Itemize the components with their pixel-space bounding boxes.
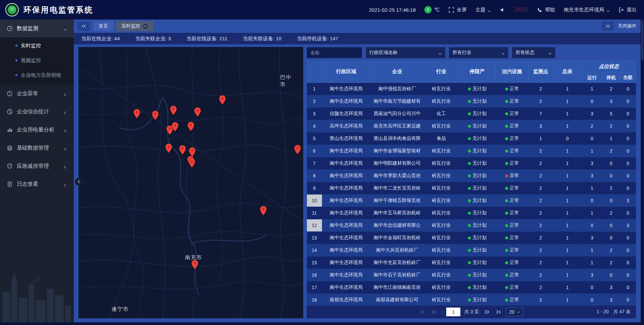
row-index-cell[interactable]: 2 xyxy=(307,95,322,108)
sidebar-item-4[interactable]: 企业用电量分析 xyxy=(0,121,74,139)
table-row[interactable]: 9阆中生态环境局阆中市二龙长宝页岩砖砖瓦行业无计划正常21120 xyxy=(307,182,636,195)
status-select[interactable]: 所有状态 xyxy=(512,47,555,58)
scrollbar-thumb[interactable] xyxy=(641,20,643,60)
map-pin-icon[interactable] xyxy=(191,260,199,270)
log-icon xyxy=(7,181,13,187)
fullscreen-button[interactable]: 全屏 xyxy=(448,7,467,13)
theme-dropdown[interactable]: 主题 xyxy=(475,7,491,13)
page-last-button[interactable] xyxy=(494,309,502,315)
column-header[interactable]: 停限产 xyxy=(459,61,496,83)
row-index-cell[interactable]: 14 xyxy=(307,244,322,257)
row-index-cell[interactable]: 9 xyxy=(307,182,322,195)
page-number-input[interactable] xyxy=(446,308,460,316)
table-row[interactable]: 2阆中生态环境局阆中市南方节能建材有砖瓦行业无计划正常21030 xyxy=(307,95,636,108)
help-button[interactable]: 帮助 xyxy=(537,7,555,13)
map-pin-icon[interactable] xyxy=(171,122,179,132)
table-row[interactable]: 8阆中生态环境局阆中市枣碧大梁山页岩砖瓦行业无计划异常21300 xyxy=(307,170,636,182)
sidebar-item-7[interactable]: 日志查看 xyxy=(0,175,74,193)
table-row[interactable]: 13阆中生态环境局阆中市金福旺页岩机砖砖瓦行业无计划正常21300 xyxy=(307,232,636,244)
table-row[interactable]: 10阆中生态环境局阆中千佛镇五郎垭页岩砖瓦行业无计划正常21003 xyxy=(307,195,636,207)
name-search-input[interactable] xyxy=(307,47,362,58)
map-pin-icon[interactable] xyxy=(179,145,186,155)
row-index-cell[interactable]: 8 xyxy=(307,170,322,182)
map-pin-icon[interactable] xyxy=(133,109,141,119)
row-index-cell[interactable]: 1 xyxy=(307,83,322,95)
sidebar-subitem[interactable]: 视频监控 xyxy=(0,53,74,68)
vertical-scrollbar[interactable] xyxy=(641,19,644,322)
row-index-cell[interactable]: 18 xyxy=(307,294,322,306)
row-index-cell[interactable]: 10 xyxy=(307,195,322,207)
table-row[interactable]: 12阆中生态环境局阆中市忠信建材有限公砖瓦行业无计划正常21003 xyxy=(307,219,636,232)
industry-select[interactable]: 所有行业 xyxy=(449,47,508,58)
tabs-scroll-left-button[interactable] xyxy=(78,21,90,31)
column-header[interactable]: 行政区域 xyxy=(322,61,371,83)
map-panel[interactable]: 巴中市南充市遂宁市 xyxy=(78,47,303,318)
row-index-cell[interactable]: 12 xyxy=(307,219,322,232)
table-row[interactable]: 18南部生态环境局南部县建材有限公司砖瓦行业无计划正常21030 xyxy=(307,294,636,306)
sidebar-item-6[interactable]: 应急减排管理 xyxy=(0,157,74,175)
table-row[interactable]: 1阆中生态环境局阆中强锐页岩砖厂砖瓦行业无计划正常21120 xyxy=(307,83,636,95)
page-next-button[interactable] xyxy=(483,309,490,315)
map-pin-icon[interactable] xyxy=(294,145,301,155)
row-index-cell[interactable]: 6 xyxy=(307,145,322,157)
table-row[interactable]: 7阆中生态环境局阆中明阳建材有限公司砖瓦行业无计划正常21300 xyxy=(307,157,636,170)
column-header[interactable]: 治污设施 xyxy=(496,61,529,83)
horizontal-scrollbar[interactable] xyxy=(0,322,644,325)
row-index-cell[interactable]: 5 xyxy=(307,132,322,145)
row-index-cell[interactable]: 3 xyxy=(307,108,322,120)
tab-1[interactable]: 首页 xyxy=(93,21,113,31)
map-pin-icon[interactable] xyxy=(165,143,172,153)
company-cell: 阆中市二龙长宝页岩砖 xyxy=(371,182,424,195)
org-dropdown[interactable]: 南充市生态环境局 xyxy=(564,7,610,13)
table-row[interactable]: 11阆中生态环境局阆中市五马桥页岩机砖砖瓦行业无计划正常21120 xyxy=(307,207,636,219)
page-prev-button[interactable] xyxy=(430,309,438,315)
sidebar-item-5[interactable]: 基础数据管理 xyxy=(0,139,74,157)
map-pin-icon[interactable] xyxy=(187,121,195,131)
column-subheader[interactable]: 运行 xyxy=(582,73,602,83)
map-pin-icon[interactable] xyxy=(194,107,201,117)
map-pin-icon[interactable] xyxy=(260,206,267,216)
sound-button[interactable] xyxy=(500,7,505,13)
close-icon[interactable]: × xyxy=(143,24,148,29)
map-pin-icon[interactable] xyxy=(188,158,196,168)
map-pin-icon[interactable] xyxy=(152,110,159,120)
region-select[interactable]: 行政区域名称 xyxy=(366,47,445,58)
table-row[interactable]: 6阆中生态环境局阆中市金博瑞新型墙材砖瓦行业无计划正常21120 xyxy=(307,145,636,157)
table-row[interactable]: 17阆中生态环境局阆中市江南镇阆南页岩砖瓦行业无计划正常21030 xyxy=(307,281,636,294)
table-row[interactable]: 3仪陇生态环境局西南油气田分公司川中化工无计划正常71350 xyxy=(307,108,636,120)
column-header[interactable]: 总表 xyxy=(553,61,582,83)
column-header[interactable]: 监测点 xyxy=(529,61,553,83)
map-collapse-button[interactable] xyxy=(75,178,83,186)
tab-2[interactable]: 实时监控× xyxy=(116,21,153,31)
table-row[interactable]: 5营山生态环境局营山县润丰肉食品有限食品无计划正常10010 xyxy=(307,132,636,145)
sidebar-subitem[interactable]: 实时监控 xyxy=(0,38,74,53)
column-header[interactable]: 企业 xyxy=(371,61,424,83)
column-subheader[interactable]: 停机 xyxy=(602,73,620,83)
row-index-cell[interactable]: 17 xyxy=(307,281,322,294)
sidebar-item-2[interactable]: 企业异常 xyxy=(0,85,74,103)
map-pin-icon[interactable] xyxy=(170,105,177,115)
close-operations-button[interactable]: 关闭操作 xyxy=(618,23,637,29)
sidebar-subitem[interactable]: 企业电力负荷明细 xyxy=(0,68,74,83)
tabs-scroll-right-button[interactable] xyxy=(602,21,614,31)
column-subheader[interactable]: 失联 xyxy=(620,73,636,83)
status-dot-green-icon xyxy=(468,299,471,302)
column-header[interactable]: 行业 xyxy=(424,61,459,83)
page-size-select[interactable]: 20 xyxy=(506,308,524,316)
table-row[interactable]: 15阆中生态环境局阆中市光富页岩机砖厂砖瓦行业无计划正常21120 xyxy=(307,257,636,269)
row-index-cell[interactable]: 15 xyxy=(307,257,322,269)
page-first-button[interactable] xyxy=(419,309,426,315)
notice-count-badge[interactable]: 2632 xyxy=(514,6,528,13)
row-index-cell[interactable]: 7 xyxy=(307,157,322,170)
row-index-cell[interactable]: 4 xyxy=(307,120,322,132)
table-row[interactable]: 14阆中生态环境局阆中大兴页岩机砖厂砖瓦行业无计划正常21120 xyxy=(307,244,636,257)
row-index-cell[interactable]: 11 xyxy=(307,207,322,219)
map-pin-icon[interactable] xyxy=(219,95,226,105)
sidebar-item-3[interactable]: 企业综合统计 xyxy=(0,103,74,121)
logout-button[interactable]: 退出 xyxy=(619,7,637,13)
table-row[interactable]: 16阆中生态环境局阆中市石子页岩机砖厂砖瓦行业无计划正常21300 xyxy=(307,269,636,281)
row-index-cell[interactable]: 13 xyxy=(307,232,322,244)
table-row[interactable]: 4高坪生态环境局南充市高坪区王家店建砖瓦行业无计划正常31220 xyxy=(307,120,636,132)
sidebar-item-1[interactable]: 数据监测 xyxy=(0,19,74,38)
row-index-cell[interactable]: 16 xyxy=(307,269,322,281)
